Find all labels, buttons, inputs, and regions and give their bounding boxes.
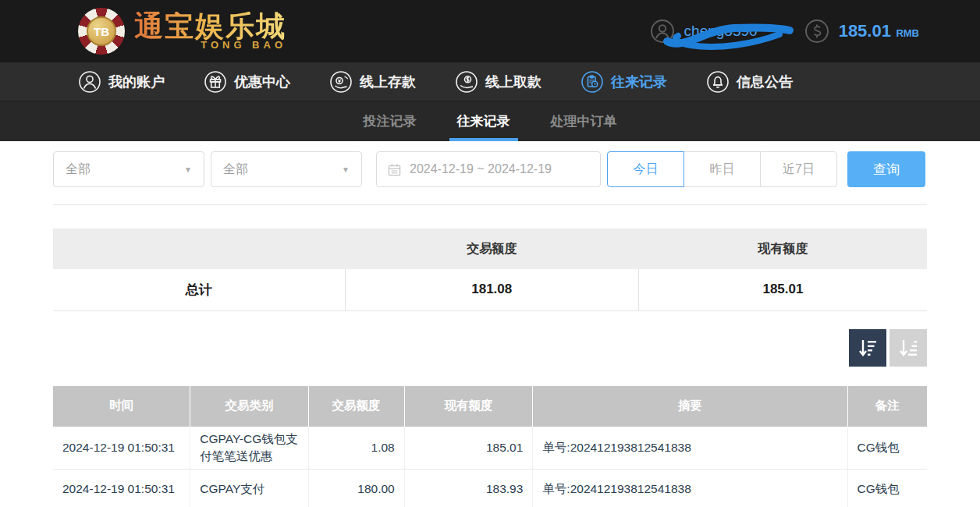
sort-controls	[53, 329, 927, 367]
col-type: 交易类别	[190, 386, 308, 427]
cell-remark: CG钱包	[847, 470, 927, 507]
deposit-icon	[329, 70, 353, 94]
username: cheng8590	[684, 23, 758, 39]
summary-header-balance: 现有额度	[638, 229, 927, 269]
site-title: 通宝娱乐城	[134, 12, 286, 42]
table-row: 2024-12-19 01:50:31 CGPAY-CG钱包支付笔笔送优惠 1.…	[53, 427, 927, 470]
nav-label: 信息公告	[737, 73, 793, 91]
filter-row: 全部 ▼ 全部 ▼ 2024-12-19 ~ 2024-12-19 今日 昨日 …	[53, 151, 927, 187]
nav-item-promotions[interactable]: 优惠中心	[204, 70, 290, 94]
nav-label: 优惠中心	[234, 73, 290, 91]
summary-balance-total: 185.01	[638, 269, 927, 310]
cell-balance: 183.93	[404, 470, 533, 507]
divider	[53, 204, 927, 205]
button-label: 昨日	[710, 161, 735, 178]
cell-remark: CG钱包	[847, 427, 927, 470]
nav-label: 线上取款	[485, 73, 541, 91]
bell-icon	[706, 70, 730, 94]
tab-transaction-records[interactable]: 往来记录	[454, 101, 513, 141]
nav-item-records[interactable]: 往来记录	[581, 70, 667, 94]
user-icon	[78, 70, 101, 94]
nav-label: 我的账户	[108, 73, 165, 91]
cell-type: CGPAY支付	[190, 470, 308, 507]
sort-ascending-button[interactable]	[889, 329, 927, 367]
category-select[interactable]: 全部 ▼	[211, 151, 362, 187]
cell-time: 2024-12-19 01:50:31	[53, 427, 190, 470]
balance-box[interactable]: 185.01 RMB	[804, 19, 919, 44]
tab-pending-orders[interactable]: 处理中订单	[548, 101, 620, 141]
quick-date-group: 今日 昨日 近7日	[607, 151, 837, 187]
sort-descending-icon	[858, 338, 878, 358]
last7days-button[interactable]: 近7日	[760, 151, 837, 187]
table-row: 2024-12-19 01:50:31 CGPAY支付 180.00 183.9…	[53, 470, 927, 507]
col-balance: 现有额度	[404, 386, 533, 427]
button-label: 近7日	[783, 161, 815, 178]
summary-total-label: 总计	[53, 269, 345, 310]
type-select[interactable]: 全部 ▼	[53, 151, 204, 187]
button-label: 查询	[873, 161, 900, 179]
summary-transaction-total: 181.08	[345, 269, 638, 310]
balance-amount: 185.01	[839, 21, 891, 41]
calendar-icon	[388, 163, 401, 176]
tab-label: 处理中订单	[551, 112, 617, 130]
casino-chip-icon: TB	[78, 8, 125, 55]
yesterday-button[interactable]: 昨日	[684, 151, 761, 187]
sub-tab-bar: 投注记录 往来记录 处理中订单	[0, 101, 980, 141]
nav-item-withdraw[interactable]: 线上取款	[455, 70, 541, 94]
nav-item-announcements[interactable]: 信息公告	[706, 70, 793, 94]
main-nav: 我的账户 优惠中心 线上存款 线上取款 往来记录	[0, 62, 980, 101]
summary-header-empty	[53, 229, 345, 269]
col-summary: 摘要	[533, 386, 847, 427]
chevron-down-icon: ▼	[342, 165, 350, 174]
tab-bet-records[interactable]: 投注记录	[360, 101, 420, 141]
content-container: 全部 ▼ 全部 ▼ 2024-12-19 ~ 2024-12-19 今日 昨日 …	[53, 151, 927, 507]
today-button[interactable]: 今日	[607, 151, 684, 187]
withdraw-icon	[455, 70, 478, 94]
col-amount: 交易额度	[308, 386, 404, 427]
cell-amount: 1.08	[308, 427, 404, 470]
cell-summary: 单号:202412193812541838	[533, 470, 847, 507]
col-time: 时间	[53, 386, 190, 427]
sort-ascending-icon	[898, 338, 918, 358]
nav-item-my-account[interactable]: 我的账户	[78, 70, 165, 94]
records-icon	[581, 70, 604, 94]
cell-amount: 180.00	[308, 470, 404, 507]
category-select-value: 全部	[223, 161, 248, 178]
search-button[interactable]: 查询	[847, 151, 925, 187]
date-range-value: 2024-12-19 ~ 2024-12-19	[410, 162, 552, 176]
cell-balance: 185.01	[404, 427, 533, 470]
tab-label: 往来记录	[457, 112, 510, 130]
cell-type: CGPAY-CG钱包支付笔笔送优惠	[190, 427, 308, 470]
dollar-coin-icon	[804, 19, 829, 44]
table-header-row: 时间 交易类别 交易额度 现有额度 摘要 备注	[53, 386, 927, 427]
nav-label: 线上存款	[360, 73, 416, 91]
button-label: 今日	[634, 161, 659, 178]
summary-total-row: 总计 181.08 185.01	[53, 269, 927, 310]
top-header: TB 通宝娱乐城 TONG BAO cheng8590	[0, 0, 980, 62]
site-subtitle: TONG BAO	[134, 39, 286, 51]
user-account[interactable]: cheng8590	[650, 19, 758, 44]
tab-label: 投注记录	[364, 112, 417, 130]
gift-icon	[204, 70, 227, 94]
summary-header-row: 交易额度 现有额度	[53, 229, 927, 269]
currency-label: RMB	[896, 27, 919, 39]
cell-summary: 单号:202412193812541838	[533, 427, 847, 470]
transactions-table: 时间 交易类别 交易额度 现有额度 摘要 备注 2024-12-19 01:50…	[53, 386, 927, 507]
summary-table: 交易额度 现有额度 总计 181.08 185.01	[53, 229, 927, 311]
summary-header-transaction: 交易额度	[345, 229, 638, 269]
header-right: cheng8590 185.01 RMB	[650, 19, 919, 44]
chip-label: TB	[87, 16, 116, 46]
chevron-down-icon: ▼	[184, 165, 192, 174]
username-wrap: cheng8590	[684, 23, 758, 40]
cell-time: 2024-12-19 01:50:31	[53, 470, 190, 507]
date-range-input[interactable]: 2024-12-19 ~ 2024-12-19	[376, 151, 601, 187]
nav-label: 往来记录	[611, 73, 667, 91]
sort-descending-button[interactable]	[849, 329, 886, 367]
logo-text: 通宝娱乐城 TONG BAO	[134, 12, 286, 51]
col-remark: 备注	[847, 386, 927, 427]
type-select-value: 全部	[66, 161, 91, 178]
user-icon	[650, 19, 675, 44]
site-logo[interactable]: TB 通宝娱乐城 TONG BAO	[78, 8, 286, 55]
nav-item-deposit[interactable]: 线上存款	[329, 70, 416, 94]
